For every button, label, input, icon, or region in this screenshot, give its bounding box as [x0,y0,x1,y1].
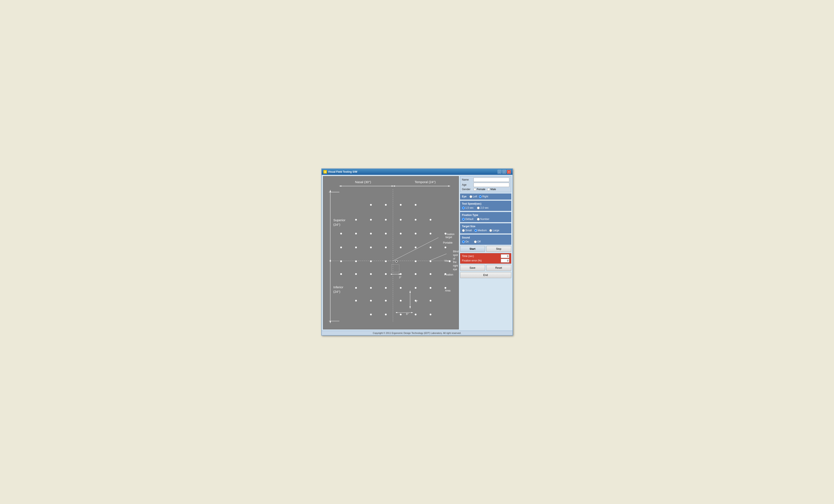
speed-2-0-radio[interactable] [477,206,480,209]
svg-marker-1 [339,185,341,187]
fix-default-option[interactable]: Default [462,218,474,221]
sound-on-radio[interactable] [462,240,465,243]
dot [340,273,342,275]
name-label: Name [462,178,472,181]
sound-off-label: Off [477,240,481,243]
size-large-option[interactable]: Large [489,229,499,232]
svg-line-26 [393,238,438,261]
size-small-option[interactable]: Small [462,229,472,232]
dot [370,273,372,275]
stop-button[interactable]: Stop [486,246,511,252]
svg-line-27 [429,254,446,261]
dim-3deg-label: 3° [399,276,401,279]
svg-marker-21 [410,290,411,293]
sound-title: Sound [462,236,509,239]
dot [415,204,416,206]
dot [385,287,387,289]
fixation-error-value: 0 [501,259,509,263]
target-size-title: Target Size [462,225,509,228]
dot [355,287,357,289]
gender-male-radio[interactable] [487,188,490,191]
end-button[interactable]: End [460,272,511,278]
results-section: Time (sec) 0 Fixation error (%) 0 [460,253,511,264]
gender-label: Gender [462,188,472,191]
eye-radio-group: Left Right [469,195,488,198]
portable-label: Portable [443,241,453,244]
sound-on-option[interactable]: On [462,240,469,243]
eye-row: Eye Left Right [462,195,509,198]
gender-male-label: Male [490,188,496,191]
reset-button[interactable]: Reset [486,265,511,271]
dot [400,204,401,206]
speed-radio-group: 1,5 sec 2,0 sec [462,206,509,209]
dot [385,219,387,221]
eye-left-radio[interactable] [469,195,472,198]
fix-number-option[interactable]: Number [477,218,489,221]
age-row: Age [462,183,509,187]
dot [415,233,416,235]
size-medium-option[interactable]: Medium [475,229,487,232]
gender-row: Gender Female Male [462,188,509,191]
svg-marker-5 [448,185,450,187]
eye-right-radio[interactable] [479,195,482,198]
size-medium-label: Medium [478,229,487,232]
svg-marker-2 [391,185,394,187]
dot [355,273,357,275]
size-small-radio[interactable] [462,229,465,232]
sound-off-radio[interactable] [474,240,477,243]
name-input[interactable] [474,178,509,182]
size-large-radio[interactable] [489,229,492,232]
eye-right-option[interactable]: Right [479,195,488,198]
dot [400,300,401,302]
dim-6deg-h-label: 6° [406,312,409,315]
fixation-error-label: Fixation error (%) [462,259,482,262]
time-value: 0 [501,254,509,258]
fix-default-radio[interactable] [462,218,465,221]
size-medium-radio[interactable] [475,229,477,232]
save-reset-row: Save Reset [460,265,511,271]
dot [370,300,372,302]
sound-off-option[interactable]: Off [474,240,481,243]
start-stop-row: Start Stop [460,246,511,252]
gender-male-option[interactable]: Male [487,188,496,191]
dot [355,300,357,302]
speed-2-0-option[interactable]: 2,0 sec [477,206,489,209]
superior-label: Superior(24°) [333,218,346,227]
fix-number-radio[interactable] [477,218,480,221]
inferior-label: Inferior(24°) [333,285,344,294]
eye-left-option[interactable]: Left [469,195,477,198]
speed-1-5-radio[interactable] [462,206,465,209]
svg-marker-4 [392,185,395,187]
dot [370,204,372,206]
fixation-center-dot [395,260,397,262]
minimize-button[interactable]: — [498,170,501,174]
save-button[interactable]: Save [460,265,485,271]
gender-female-radio[interactable] [474,188,476,191]
start-button[interactable]: Start [460,246,485,252]
dot [415,260,416,262]
gender-female-option[interactable]: Female [474,188,485,191]
dot [444,287,446,289]
patient-info-section: Name Age Gender Female [460,176,511,192]
target-size-section: Target Size Small Medium Large [460,223,511,233]
end-row: End [460,272,511,278]
dot [370,219,372,221]
dot [415,300,416,302]
fixation-target-label: Fixation target [446,233,459,239]
svg-marker-13 [330,259,331,261]
dot [430,260,431,262]
speed-1-5-option[interactable]: 1,5 sec [462,206,474,209]
dot [415,314,416,315]
svg-marker-25 [411,312,413,313]
right-panel: Name Age Gender Female [460,176,511,329]
time-label: Time (sec) [462,255,474,258]
age-input[interactable] [474,183,509,187]
footer: Copyright © 2011 Ergonomic Design Techno… [322,331,512,335]
restore-button[interactable]: □ [502,170,506,174]
gender-radio-group: Female Male [474,188,496,191]
close-button[interactable]: ✕ [507,170,511,174]
dot [400,219,401,221]
title-bar-left: 🖥 Visual Field Testing S/W [324,170,357,174]
dot [355,246,357,248]
dot [415,287,416,289]
